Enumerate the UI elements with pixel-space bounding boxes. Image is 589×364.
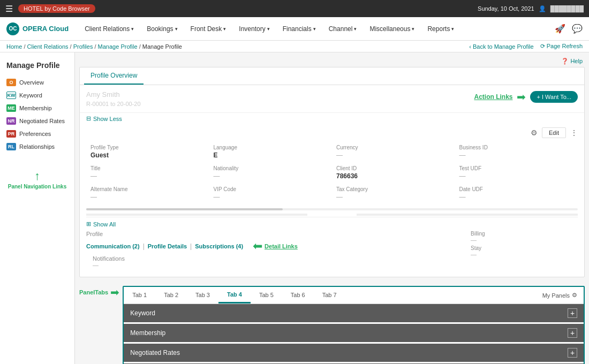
communication-link[interactable]: Communication (2) bbox=[86, 243, 140, 249]
nav-logo[interactable]: OC OPERA Cloud bbox=[6, 22, 69, 35]
relationships-label: Relationships bbox=[19, 143, 55, 150]
notifications-row: Notifications — bbox=[86, 253, 298, 272]
overview-label: Overview bbox=[19, 79, 44, 86]
panel-nav-annotation: Panel Navigation Links bbox=[8, 183, 66, 190]
nav-item-negotiated-rates[interactable]: NR Negotiated Rates bbox=[0, 115, 74, 127]
app-title: HOTEL by Code Browser bbox=[18, 4, 95, 13]
edit-button[interactable]: Edit bbox=[542, 127, 566, 138]
nav-client-relations[interactable]: Client Relations ▾ bbox=[79, 22, 139, 36]
breadcrumb-actions: ‹ Back to Manage Profile ⟳ Page Refresh bbox=[469, 43, 583, 50]
fields-toolbar: ⚙ Edit ⋮ bbox=[80, 124, 584, 141]
nav-item-membership[interactable]: ME Membership bbox=[0, 102, 74, 115]
hamburger-icon[interactable]: ☰ bbox=[5, 4, 13, 14]
nav-miscellaneous[interactable]: Miscellaneous ▾ bbox=[364, 22, 420, 36]
rocket-icon[interactable]: 🚀 bbox=[555, 24, 565, 34]
panel-tabs-container: Tab 1 Tab 2 Tab 3 Tab 4 Tab 5 Tab 6 Tab … bbox=[123, 286, 585, 364]
back-to-manage-profile[interactable]: ‹ Back to Manage Profile bbox=[469, 43, 533, 50]
profile-right-info: Billing — Stay — bbox=[471, 231, 578, 272]
panel-title: Manage Profile bbox=[0, 57, 74, 76]
field-client-id: Client ID 786636 bbox=[332, 162, 455, 183]
nav-reports[interactable]: Reports ▾ bbox=[422, 22, 459, 36]
nav-financials[interactable]: Financials ▾ bbox=[277, 22, 321, 36]
nav-item-preferences[interactable]: PR Preferences bbox=[0, 127, 74, 140]
nav-bar: OC OPERA Cloud Client Relations ▾ Bookin… bbox=[0, 17, 589, 41]
show-all-bar[interactable]: ⊞ Show All bbox=[80, 217, 584, 231]
profile-card: Profile Overview Amy Smith R-00001 to 20… bbox=[79, 67, 585, 277]
keyword-label: Keyword bbox=[19, 92, 42, 98]
caret-icon: ▾ bbox=[267, 26, 270, 32]
tab-profile-overview[interactable]: Profile Overview bbox=[84, 67, 144, 85]
profile-left-links: Profile Communication (2) | Profile Deta… bbox=[86, 231, 471, 272]
field-tax-category: Tax Category — bbox=[332, 183, 455, 204]
show-less-bar[interactable]: ⊟ Show Less bbox=[80, 112, 584, 124]
section-negotiated-rates[interactable]: Negotiated Rates + bbox=[124, 344, 584, 362]
expand-icon[interactable]: + bbox=[568, 308, 577, 318]
profile-details-link[interactable]: Profile Details bbox=[148, 243, 187, 249]
breadcrumb-client-relations[interactable]: Client Relations bbox=[27, 43, 69, 50]
caret-icon: ▾ bbox=[354, 26, 357, 32]
breadcrumb-home[interactable]: Home bbox=[6, 43, 22, 50]
detail-links-label: Detail Links bbox=[265, 243, 298, 249]
breadcrumb-profiles[interactable]: Profiles bbox=[73, 43, 93, 50]
tab-7[interactable]: Tab 7 bbox=[314, 287, 345, 304]
action-links-label: Action Links bbox=[474, 93, 512, 101]
gear-button[interactable]: ⚙ bbox=[531, 128, 538, 137]
breadcrumb-current: Manage Profile bbox=[142, 43, 182, 50]
main-layout: Manage Profile O Overview KW Keyword ME … bbox=[0, 52, 589, 364]
tab-4[interactable]: Tab 4 bbox=[218, 287, 251, 304]
field-date-udf: Date UDF — bbox=[455, 183, 578, 204]
tab-2[interactable]: Tab 2 bbox=[155, 287, 187, 304]
chat-icon[interactable]: 💬 bbox=[572, 24, 583, 34]
stay-section: Stay — bbox=[471, 245, 578, 257]
nav-inventory[interactable]: Inventory ▾ bbox=[233, 22, 275, 36]
profile-name: Amy Smith bbox=[86, 90, 141, 98]
nav-channel[interactable]: Channel ▾ bbox=[323, 22, 363, 36]
logo-circle: OC bbox=[6, 22, 19, 35]
breadcrumb: Home / Client Relations / Profiles / Man… bbox=[6, 43, 182, 50]
action-links-container: Action Links ➡ + I Want To... bbox=[474, 90, 578, 103]
tab-3[interactable]: Tab 3 bbox=[187, 287, 218, 304]
scroll-thumb bbox=[86, 208, 283, 210]
breadcrumb-bar: Home / Client Relations / Profiles / Man… bbox=[0, 41, 589, 52]
right-content: ❓ Help Profile Overview Amy Smith R-0000… bbox=[75, 52, 589, 364]
arrow-right-icon: ➡ bbox=[110, 286, 119, 299]
field-business-id: Business ID — bbox=[455, 141, 578, 162]
field-nationality: Nationality — bbox=[209, 162, 333, 183]
expand-icon[interactable]: + bbox=[568, 348, 577, 358]
nav-front-desk[interactable]: Front Desk ▾ bbox=[185, 22, 232, 36]
membership-label: Membership bbox=[19, 105, 52, 111]
more-options-button[interactable]: ⋮ bbox=[570, 128, 578, 137]
breadcrumb-manage-profile[interactable]: Manage Profile bbox=[98, 43, 138, 50]
nav-item-overview[interactable]: O Overview bbox=[0, 76, 74, 89]
help-link[interactable]: ❓ Help bbox=[561, 58, 583, 64]
nav-bookings[interactable]: Bookings ▾ bbox=[141, 22, 183, 36]
profile-billing-row: Profile Communication (2) | Profile Deta… bbox=[80, 231, 584, 277]
section-membership[interactable]: Membership + bbox=[124, 324, 584, 342]
tab-5[interactable]: Tab 5 bbox=[251, 287, 282, 304]
tab-1[interactable]: Tab 1 bbox=[124, 287, 155, 304]
field-test-udf: Test UDF — bbox=[455, 162, 578, 183]
field-language: Language E bbox=[209, 141, 333, 162]
caret-icon: ▾ bbox=[223, 26, 226, 32]
my-panels-tab[interactable]: My Panels ⚙ bbox=[536, 287, 584, 303]
caret-icon: ▾ bbox=[451, 26, 454, 32]
nav-item-keyword[interactable]: KW Keyword bbox=[0, 89, 74, 102]
subscriptions-link[interactable]: Subscriptions (4) bbox=[195, 243, 243, 249]
overview-badge: O bbox=[6, 79, 16, 86]
show-all-label: Show All bbox=[93, 221, 116, 228]
caret-icon: ▾ bbox=[131, 26, 134, 32]
section-keyword[interactable]: Keyword + bbox=[124, 304, 584, 322]
panel-tabs-header: Tab 1 Tab 2 Tab 3 Tab 4 Tab 5 Tab 6 Tab … bbox=[124, 287, 584, 304]
expand-icon[interactable]: + bbox=[568, 328, 577, 338]
show-less-label: Show Less bbox=[93, 116, 122, 122]
user-icon[interactable]: 👤 bbox=[539, 5, 546, 12]
show-less-icon: ⊟ bbox=[86, 115, 91, 122]
negotiated-rates-badge: NR bbox=[6, 117, 16, 125]
nav-item-relationships[interactable]: RL Relationships bbox=[0, 140, 74, 153]
i-want-to-button[interactable]: + I Want To... bbox=[530, 91, 578, 103]
page-refresh[interactable]: ⟳ Page Refresh bbox=[540, 43, 583, 50]
tab-6[interactable]: Tab 6 bbox=[282, 287, 314, 304]
preferences-label: Preferences bbox=[19, 131, 51, 137]
membership-badge: ME bbox=[6, 104, 16, 112]
relationships-badge: RL bbox=[6, 143, 16, 150]
